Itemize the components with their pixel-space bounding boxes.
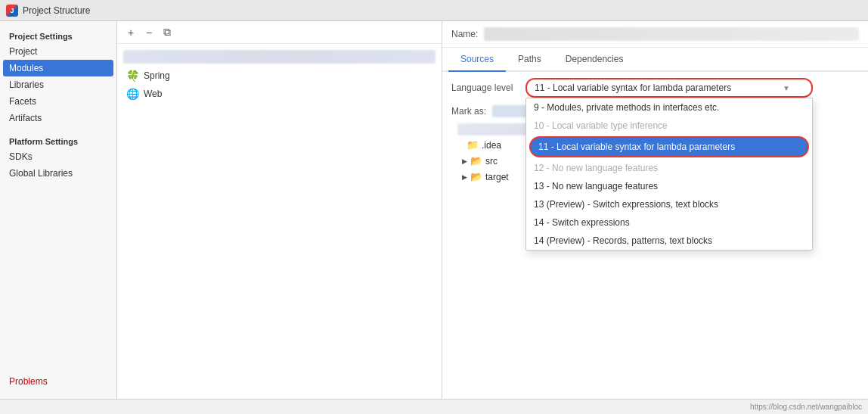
right-panel: Name: Sources Paths Dependencies Languag…: [442, 21, 868, 399]
sidebar-item-project[interactable]: Project: [0, 43, 116, 60]
sidebar: Project Settings Project Modules Librari…: [0, 21, 117, 399]
option-13a[interactable]: 13 - No new language features: [526, 177, 812, 195]
option-10[interactable]: 10 - Local variable type inference: [526, 117, 812, 135]
module-web[interactable]: 🌐 Web: [117, 85, 442, 103]
dropdown-list: 9 - Modules, private methods in interfac…: [525, 98, 813, 251]
language-level-row: Language level 11 - Local variable synta…: [451, 78, 859, 98]
idea-folder-icon: 📁: [467, 139, 479, 151]
sidebar-item-libraries[interactable]: Libraries: [0, 76, 116, 93]
name-value-blurred: [484, 27, 859, 41]
module-spring[interactable]: 🍀 Spring: [117, 67, 442, 85]
blurred-header: [123, 50, 436, 64]
sidebar-item-modules[interactable]: Modules: [3, 60, 113, 76]
option-12[interactable]: 12 - No new language features: [526, 159, 812, 177]
option-9[interactable]: 9 - Modules, private methods in interfac…: [526, 98, 812, 117]
mark-as-label: Mark as:: [451, 106, 486, 117]
copy-button[interactable]: ⧉: [160, 25, 175, 40]
sidebar-item-facets[interactable]: Facets: [0, 93, 116, 110]
app-icon: J: [6, 5, 18, 17]
dropdown-selected-value[interactable]: 11 - Local variable syntax for lambda pa…: [525, 78, 813, 98]
name-label: Name:: [451, 29, 478, 39]
center-panel: + − ⧉ 🍀 Spring 🌐 Web: [117, 21, 442, 399]
option-14a[interactable]: 14 - Switch expressions: [526, 213, 812, 232]
language-level-dropdown[interactable]: 11 - Local variable syntax for lambda pa…: [525, 78, 813, 98]
add-button[interactable]: +: [123, 25, 138, 40]
tab-sources[interactable]: Sources: [448, 48, 506, 72]
main-container: Project Settings Project Modules Librari…: [0, 21, 868, 399]
option-11[interactable]: 11 - Local variable syntax for lambda pa…: [529, 136, 809, 157]
sidebar-item-artifacts[interactable]: Artifacts: [0, 110, 116, 126]
footer: https://blog.csdn.net/wangpaibloc: [0, 399, 868, 414]
content-area: Language level 11 - Local variable synta…: [442, 72, 868, 399]
option-13b[interactable]: 13 (Preview) - Switch expressions, text …: [526, 195, 812, 213]
tab-paths[interactable]: Paths: [506, 48, 553, 72]
spring-icon: 🍀: [126, 70, 139, 82]
sidebar-problems[interactable]: Problems: [0, 370, 116, 393]
dropdown-arrow-icon: ▼: [783, 84, 790, 92]
language-level-label: Language level: [451, 82, 519, 93]
title-bar: J Project Structure: [0, 0, 868, 21]
web-icon: 🌐: [126, 88, 139, 100]
tabs-row: Sources Paths Dependencies: [442, 48, 868, 72]
src-expander[interactable]: ▶: [462, 157, 467, 165]
selected-option-text: 11 - Local variable syntax for lambda pa…: [535, 82, 731, 93]
target-folder-icon: 📂: [470, 171, 482, 182]
center-toolbar: + − ⧉: [117, 21, 442, 44]
src-folder-icon: 📂: [470, 155, 482, 167]
module-tree: 🍀 Spring 🌐 Web: [117, 44, 442, 399]
target-expander[interactable]: ▶: [462, 173, 467, 181]
name-row: Name:: [442, 21, 868, 48]
title-bar-text: Project Structure: [23, 5, 90, 16]
platform-settings-section: Platform Settings: [0, 132, 116, 148]
tab-dependencies[interactable]: Dependencies: [553, 48, 636, 72]
project-settings-section: Project Settings: [0, 27, 116, 43]
sidebar-item-global-libraries[interactable]: Global Libraries: [0, 165, 116, 182]
option-14b[interactable]: 14 (Preview) - Records, patterns, text b…: [526, 232, 812, 250]
sidebar-item-sdks[interactable]: SDKs: [0, 148, 116, 165]
footer-url: https://blog.csdn.net/wangpaibloc: [750, 403, 862, 411]
remove-button[interactable]: −: [141, 25, 157, 40]
